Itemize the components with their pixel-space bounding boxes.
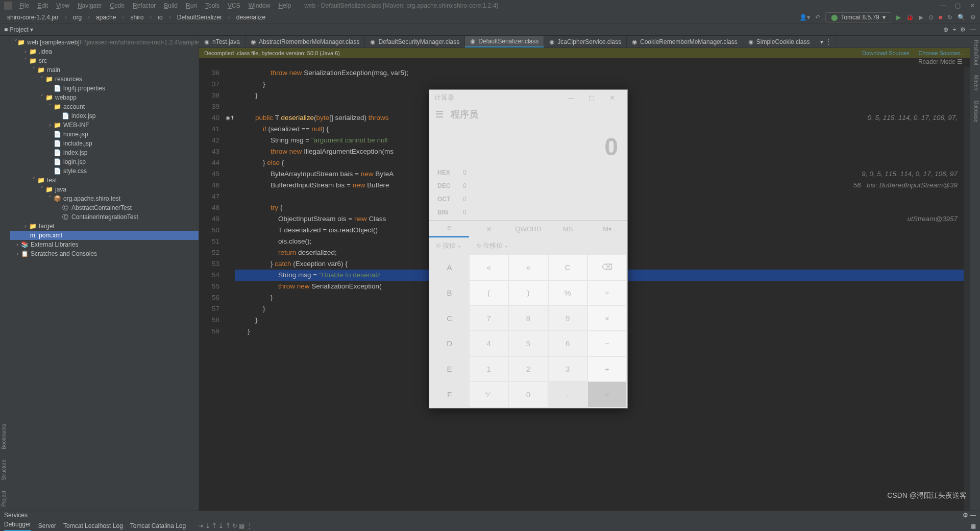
menu-edit[interactable]: Edit [34, 1, 51, 10]
calc-key[interactable]: × [588, 306, 626, 330]
tree-node[interactable]: mpom.xml [10, 231, 199, 240]
calc-bases[interactable]: HEX0DEC0OCT0BIN0 [429, 165, 627, 220]
calc-key[interactable]: 0 [509, 382, 547, 407]
service-tab[interactable]: Server [38, 522, 56, 529]
editor-tab[interactable]: ◉CookieRememberMeManager.class [627, 36, 743, 47]
tree-node[interactable]: ›📁target [10, 222, 199, 231]
user-icon[interactable]: 👤▾ [799, 14, 810, 21]
tree-node[interactable]: ›📁.idea [10, 47, 199, 56]
tree-node[interactable]: ›📁WEB-INF [10, 120, 199, 130]
run-icon[interactable]: ▶ [896, 14, 901, 21]
tree-node[interactable]: 📄index.jsp [10, 148, 199, 157]
close-icon[interactable]: ✕ [602, 94, 622, 102]
minimize-icon[interactable]: — [940, 2, 946, 9]
back-icon[interactable]: ↶ [815, 14, 820, 21]
tree-node[interactable]: ˅📁resources [10, 75, 199, 84]
crumb[interactable]: org [70, 14, 85, 21]
calc-key[interactable]: 8 [509, 306, 547, 330]
calc-key[interactable]: » [509, 255, 547, 280]
calc-key[interactable]: ( [470, 281, 508, 305]
choose-sources-link[interactable]: Choose Sources... [919, 50, 965, 56]
settings-icon[interactable]: ⚙ [970, 14, 976, 21]
tool-icon[interactable]: — [970, 26, 976, 33]
menu-tools[interactable]: Tools [202, 1, 223, 10]
calc-key[interactable]: ÷ [588, 281, 626, 305]
calculator-window[interactable]: 计算器 — ▢ ✕ ☰程序员 0 HEX0DEC0OCT0BIN0 ⠿⤨QWOR… [429, 89, 628, 408]
calc-key[interactable]: + [588, 357, 626, 381]
tool-icon[interactable]: ÷ [952, 26, 956, 33]
calc-subop[interactable]: ⎋ 按位 ▾ [436, 241, 461, 250]
tree-node[interactable]: ˅📁account [10, 102, 199, 111]
menu-code[interactable]: Code [107, 1, 128, 10]
profile-icon[interactable]: ⊙ [928, 14, 934, 21]
close-icon[interactable]: ✕ [970, 2, 975, 9]
calc-mode-tab[interactable]: MS [548, 221, 588, 237]
minimize-icon[interactable]: — [561, 94, 581, 102]
tree-node[interactable]: ⒸAbstractContainerTest [10, 203, 199, 212]
tree-node[interactable]: ˅📦org.apache.shiro.test [10, 194, 199, 203]
tool-icon[interactable]: ⚙ [960, 26, 966, 33]
service-tab[interactable]: Debugger [4, 521, 31, 531]
menu-view[interactable]: View [53, 1, 72, 10]
calc-mode-tab[interactable]: QWORD [508, 221, 548, 237]
base-row[interactable]: HEX0 [437, 166, 619, 179]
editor-tab[interactable]: ◉AbstractRememberMeManager.class [246, 36, 365, 47]
menu-file[interactable]: File [16, 1, 32, 10]
calc-key[interactable]: D [430, 331, 469, 356]
calc-key[interactable]: 1 [470, 357, 508, 381]
tree-node[interactable]: 📄login.jsp [10, 157, 199, 166]
run-config[interactable]: ⬤Tomcat 8.5.79▾ [825, 12, 891, 22]
stop-icon[interactable]: ■ [939, 14, 942, 21]
bookmarks-tab[interactable]: Bookmarks [1, 424, 9, 449]
service-tab[interactable]: Tomcat Localhost Log [63, 522, 123, 529]
menu-window[interactable]: Window [246, 1, 274, 10]
search-icon[interactable]: 🔍 [958, 14, 965, 21]
editor-tab[interactable]: ◉DefaultSerializer.class [465, 36, 544, 47]
service-tab[interactable]: Tomcat Catalina Log [130, 522, 186, 529]
crumb[interactable]: shiro [127, 14, 146, 21]
calc-key[interactable]: 6 [549, 331, 587, 356]
base-row[interactable]: BIN0 [437, 206, 619, 219]
menu-run[interactable]: Run [183, 1, 200, 10]
editor-tab[interactable]: ◉JcaCipherService.class [544, 36, 627, 47]
calc-key[interactable]: 4 [470, 331, 508, 356]
tree-node[interactable]: ˅📁java [10, 185, 199, 194]
calc-key[interactable]: = [588, 382, 626, 407]
tree-node[interactable]: ˅📁web [samples-web] F:\javasec-env\shiro… [10, 38, 199, 47]
calc-key[interactable]: 5 [509, 331, 547, 356]
tree-node[interactable]: ˅📁test [10, 176, 199, 185]
tree-node[interactable]: ˅📁webapp [10, 93, 199, 102]
calc-key[interactable]: C [430, 306, 469, 330]
coverage-icon[interactable]: ▶ [919, 14, 923, 21]
hamburger-icon[interactable]: ☰ [435, 109, 444, 120]
tree-node[interactable]: ˅📁src [10, 56, 199, 65]
calc-key[interactable]: % [549, 281, 587, 305]
calc-key[interactable]: C [549, 255, 587, 280]
crumb[interactable]: DefaultSerializer [174, 14, 225, 21]
tree-node[interactable]: 📄home.jsp [10, 130, 199, 139]
menu-refactor[interactable]: Refactor [130, 1, 159, 10]
tree-node[interactable]: 📄include.jsp [10, 139, 199, 148]
tree-node[interactable]: ⒸContainerIntegrationTest [10, 212, 199, 222]
crumb[interactable]: shiro-core-1.2.4.jar [4, 14, 62, 21]
calc-key[interactable]: 7 [470, 306, 508, 330]
tree-node[interactable]: ›📚External Libraries [10, 240, 199, 249]
calc-key[interactable]: . [549, 382, 587, 407]
calc-key[interactable]: 2 [509, 357, 547, 381]
calc-mode-tab[interactable]: ⤨ [469, 221, 509, 237]
update-icon[interactable]: ↻ [947, 14, 952, 21]
calc-key[interactable]: E [430, 357, 469, 381]
crumb[interactable]: io [155, 14, 165, 21]
tree-node[interactable]: ›📋Scratches and Consoles [10, 249, 199, 258]
calc-key[interactable]: A [430, 255, 469, 280]
calc-key[interactable]: − [588, 331, 626, 356]
project-label[interactable]: Project [10, 26, 29, 33]
calc-mode-tab[interactable]: ⠿ [429, 221, 469, 237]
database-tab[interactable]: Database [971, 101, 979, 123]
menu-build[interactable]: Build [161, 1, 181, 10]
menu-help[interactable]: Help [275, 1, 294, 10]
editor-tab[interactable]: ◉SimpleCookie.class [743, 36, 816, 47]
calc-key[interactable]: F [430, 382, 469, 407]
calc-mode-tab[interactable]: M▾ [587, 221, 627, 237]
restfultool-tab[interactable]: RestfulTool [971, 40, 979, 65]
